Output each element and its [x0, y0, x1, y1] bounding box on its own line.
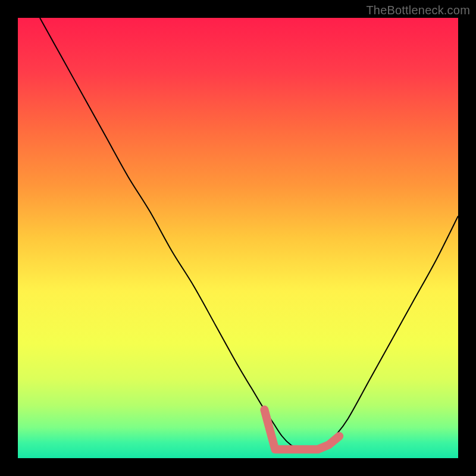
bottleneck-curve	[40, 18, 458, 450]
fit-region-marker	[264, 410, 339, 450]
chart-stage: TheBottleneck.com	[0, 0, 476, 476]
plot-area	[18, 18, 458, 458]
watermark-label: TheBottleneck.com	[366, 4, 470, 17]
chart-svg	[18, 18, 458, 458]
